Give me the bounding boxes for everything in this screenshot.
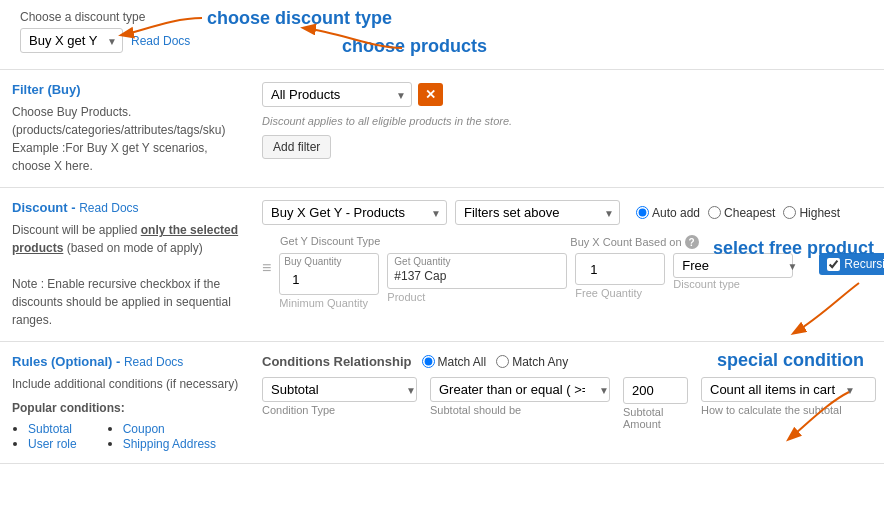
cond-amount-input[interactable] [623, 377, 688, 404]
sub-label-get-y: Get Y Discount Type [280, 235, 380, 249]
rules-read-docs-link[interactable]: Read Docs [124, 355, 183, 369]
conditions-rel-label: Conditions Relationship [262, 354, 412, 369]
match-any-input[interactable] [496, 355, 509, 368]
drag-handle[interactable]: ≡ [262, 253, 279, 277]
filter-row: All Products ▼ ✕ [262, 82, 872, 107]
radio-cheapest[interactable]: Cheapest [708, 206, 775, 220]
all-products-select-wrapper: All Products ▼ [262, 82, 412, 107]
free-qty-input[interactable] [582, 256, 642, 282]
arrow-choose-products [292, 18, 412, 63]
discount-type-select[interactable]: Buy X get Y [20, 28, 123, 53]
discount-title: Discount - Read Docs [12, 200, 242, 215]
recursive-checkbox[interactable] [827, 258, 840, 271]
radio-highest[interactable]: Highest [783, 206, 840, 220]
cond-coupon-link[interactable]: Coupon [123, 422, 165, 436]
filter-buy-left: Filter (Buy) Choose Buy Products. (produ… [12, 82, 242, 175]
popular-cond-title: Popular conditions: [12, 401, 242, 415]
cond-user-role-link[interactable]: User role [28, 437, 77, 451]
get-y-type-select[interactable]: Buy X Get Y - Products [262, 200, 447, 225]
radio-auto-add[interactable]: Auto add [636, 206, 700, 220]
radio-highest-input[interactable] [783, 206, 796, 219]
rules-left: Rules (Optional) - Read Docs Include add… [12, 354, 242, 451]
discount-desc: Discount will be applied only the select… [12, 221, 242, 329]
cond-should-group: Greater than or equal ( >= ) ▼ Subtotal … [430, 377, 615, 416]
cond-subtotal-link[interactable]: Subtotal [28, 422, 72, 436]
filters-set-wrapper: Filters set above ▼ [455, 200, 620, 225]
cond-type-group: Subtotal ▼ Condition Type [262, 377, 422, 416]
get-qty-hint: Product [387, 291, 567, 303]
free-qty-hint: Free Quantity [575, 287, 665, 299]
rules-title: Rules (Optional) - Read Docs [12, 354, 242, 369]
buy-qty-input[interactable] [284, 267, 364, 292]
popular-conditions: Subtotal User role Coupon Shipping Addre… [12, 421, 242, 451]
radio-cheapest-input[interactable] [708, 206, 721, 219]
cond-shipping-link[interactable]: Shipping Address [123, 437, 216, 451]
cond-should-label: Subtotal should be [430, 404, 615, 416]
cond-type-select-wrapper: Subtotal ▼ [262, 377, 422, 402]
arrow-special-condition [769, 387, 869, 447]
add-filter-button[interactable]: Add filter [262, 135, 331, 159]
cond-amount-label: Subtotal Amount [623, 406, 693, 430]
discount-type-select-wrapper: Buy X get Y ▼ [20, 28, 123, 53]
filter-buy-desc: Choose Buy Products. (products/categorie… [12, 103, 242, 175]
get-y-type-wrapper: Buy X Get Y - Products ▼ [262, 200, 447, 225]
filter-buy-right: All Products ▼ ✕ Discount applies to all… [262, 82, 872, 175]
free-qty-group: Free Quantity [575, 253, 665, 299]
match-all-radio[interactable]: Match All [422, 355, 487, 369]
filter-hint: Discount applies to all eligible product… [262, 115, 872, 127]
discount-read-docs-link[interactable]: Read Docs [79, 201, 138, 215]
rules-right: Conditions Relationship Match All Match … [262, 354, 872, 451]
radio-auto-add-input[interactable] [636, 206, 649, 219]
sub-label-buy-x: Buy X Count Based on ? [570, 235, 698, 249]
discount-right: Buy X Get Y - Products ▼ Filters set abo… [262, 200, 884, 329]
buy-quantity-group: Buy Quantity Minimum Quantity [279, 253, 379, 309]
get-quantity-group: Get Quantity #137 Cap Product [387, 253, 567, 303]
auto-add-radio-group: Auto add Cheapest Highest [636, 206, 840, 220]
annotation-free-product: select free product [713, 238, 874, 259]
buy-qty-hint: Minimum Quantity [279, 297, 379, 309]
arrow-free-product [779, 278, 879, 338]
cond-type-label: Condition Type [262, 404, 422, 416]
buy-qty-label: Buy Quantity [284, 256, 374, 267]
cond-amount-group: Subtotal Amount [623, 377, 693, 430]
arrow-discount-type [112, 13, 212, 43]
match-any-radio[interactable]: Match Any [496, 355, 568, 369]
cond-type-select[interactable]: Subtotal [262, 377, 417, 402]
rules-desc: Include additional conditions (if necess… [12, 375, 242, 393]
discount-top-row: Buy X Get Y - Products ▼ Filters set abo… [262, 200, 884, 225]
all-products-select[interactable]: All Products [262, 82, 412, 107]
discount-left: Discount - Read Docs Discount will be ap… [12, 200, 242, 329]
cond-should-select-wrapper: Greater than or equal ( >= ) ▼ [430, 377, 615, 402]
remove-filter-button[interactable]: ✕ [418, 83, 443, 106]
get-qty-value: #137 Cap [394, 267, 560, 285]
get-qty-label: Get Quantity [394, 256, 560, 267]
filter-buy-title: Filter (Buy) [12, 82, 242, 97]
info-icon[interactable]: ? [685, 235, 699, 249]
recursive-label: Recursive? [844, 257, 884, 271]
match-all-input[interactable] [422, 355, 435, 368]
annotation-special-condition: special condition [717, 350, 864, 371]
filters-set-select[interactable]: Filters set above [455, 200, 620, 225]
cond-should-select[interactable]: Greater than or equal ( >= ) [430, 377, 610, 402]
